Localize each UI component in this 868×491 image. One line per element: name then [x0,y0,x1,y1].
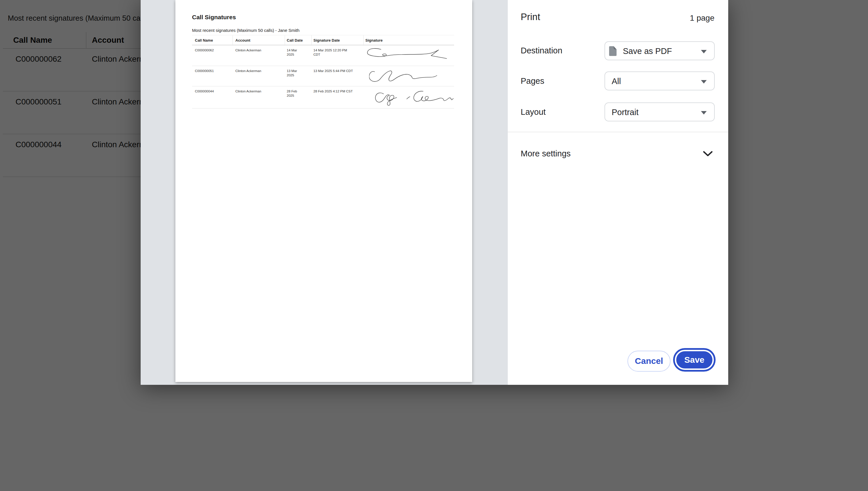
more-settings-label: More settings [521,149,571,158]
print-preview-page: Call Signatures Most recent signatures (… [175,0,472,382]
signature-date-cell: 13 Mar 2025 5:44 PM CDT [314,69,365,73]
account-cell: Clinton Ackerman [235,69,261,73]
signature-image [373,89,454,109]
call-name-cell: C000000044 [195,89,214,93]
pages-value: All [612,77,621,86]
print-settings-panel: Print 1 page Destination Save as PDF Pag… [508,0,728,385]
divider [508,132,728,132]
destination-value: Save as PDF [623,47,672,56]
chevron-down-icon [703,151,713,157]
call-name-cell: C000000062 [195,48,214,53]
layout-value: Portrait [612,108,638,117]
doc-column-header-signature: Signature [366,38,383,42]
call-date-cell: 14 Mar2025 [287,48,310,57]
document-subtitle: Most recent signatures (Maximum 50 calls… [192,28,299,33]
chevron-down-icon [701,50,707,53]
print-preview-area: Call Signatures Most recent signatures (… [141,0,508,385]
signature-image [365,47,448,61]
call-date-cell: 28 Feb2025 [287,89,310,98]
document-table-header-row: Call Name Account Call Date Signature Da… [192,35,454,45]
pages-select[interactable]: All [605,71,715,90]
doc-column-header-call-name: Call Name [195,38,213,42]
save-button[interactable]: Save [673,348,716,372]
call-name-cell: C000000051 [195,69,214,73]
layout-label: Layout [521,107,546,117]
chevron-down-icon [701,80,707,84]
document-title: Call Signatures [192,14,236,21]
pages-label: Pages [521,76,544,86]
doc-column-header-account: Account [235,38,250,42]
page-count: 1 page [690,13,715,23]
signature-image [369,69,438,87]
call-date-cell: 13 Mar2025 [287,69,310,78]
more-settings-toggle[interactable]: More settings [508,140,728,167]
print-dialog: Call Signatures Most recent signatures (… [141,0,728,385]
layout-select[interactable]: Portrait [605,103,715,121]
account-cell: Clinton Ackerman [235,48,261,53]
account-cell: Clinton Ackerman [235,89,261,93]
destination-select[interactable]: Save as PDF [605,41,715,60]
destination-label: Destination [521,46,562,55]
doc-column-header-signature-date: Signature Date [314,38,340,42]
signature-date-cell: 28 Feb 2025 4:12 PM CST [314,89,365,93]
chevron-down-icon [701,111,707,115]
pdf-file-icon [609,46,617,56]
print-dialog-title: Print [521,11,540,22]
column-divider [285,35,285,46]
cancel-button[interactable]: Cancel [628,351,670,372]
column-divider [232,35,233,46]
doc-column-header-call-date: Call Date [287,38,303,42]
signature-date-cell: 14 Mar 2025 12:20 PMCDT [314,48,365,57]
